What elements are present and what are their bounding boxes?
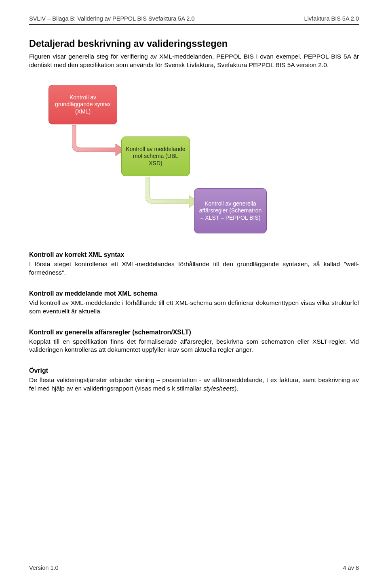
header-left: SVLIV – Bilaga B: Validering av PEPPOL B… xyxy=(29,15,194,22)
subheading-xml-schema: Kontroll av meddelande mot XML schema xyxy=(29,290,359,297)
diagram-box-xml-syntax: Kontroll av grundläggande syntax (XML) xyxy=(48,85,117,124)
footer-page-number: 4 av 8 xyxy=(343,565,359,571)
paragraph-schematron: Kopplat till en specifikation finns det … xyxy=(29,338,359,355)
connector-arrow-icon xyxy=(72,125,129,158)
paragraph-other: De flesta valideringstjänster erbjuder v… xyxy=(29,376,359,393)
section-title: Detaljerad beskrivning av valideringsste… xyxy=(29,38,359,49)
subheading-xml-syntax: Kontroll av korrekt XML syntax xyxy=(29,251,359,258)
connector-arrow-icon xyxy=(146,177,202,209)
paragraph-xml-schema: Vid kontroll av XML-meddelande i förhåll… xyxy=(29,299,359,316)
diagram-box-label: Kontroll av meddelande mot schema (UBL X… xyxy=(126,146,186,167)
footer-version: Version 1.0 xyxy=(29,565,59,571)
subheading-other: Övrigt xyxy=(29,367,359,374)
page-footer: Version 1.0 4 av 8 xyxy=(29,565,359,571)
intro-paragraph: Figuren visar generella steg för verifie… xyxy=(29,52,359,69)
header-right: Livfaktura BIS 5A 2.0 xyxy=(304,15,359,22)
header-divider xyxy=(29,24,359,25)
diagram-box-label: Kontroll av grundläggande syntax (XML) xyxy=(53,94,113,116)
paragraph-other-italic: stylesheets xyxy=(203,385,235,392)
diagram-box-label: Kontroll av generella affärsregler (Sche… xyxy=(198,200,262,222)
diagram-box-ubl-xsd: Kontroll av meddelande mot schema (UBL X… xyxy=(121,136,190,176)
page-header: SVLIV – Bilaga B: Validering av PEPPOL B… xyxy=(29,15,359,22)
subheading-schematron: Kontroll av generella affärsregler (sche… xyxy=(29,329,359,336)
paragraph-other-part-b: ). xyxy=(234,385,238,392)
paragraph-other-part-a: De flesta valideringstjänster erbjuder v… xyxy=(29,376,359,392)
validation-steps-diagram: Kontroll av grundläggande syntax (XML) K… xyxy=(48,85,275,238)
diagram-box-schematron: Kontroll av generella affärsregler (Sche… xyxy=(194,188,267,233)
paragraph-xml-syntax: I första steget kontrolleras ett XML-med… xyxy=(29,260,359,277)
